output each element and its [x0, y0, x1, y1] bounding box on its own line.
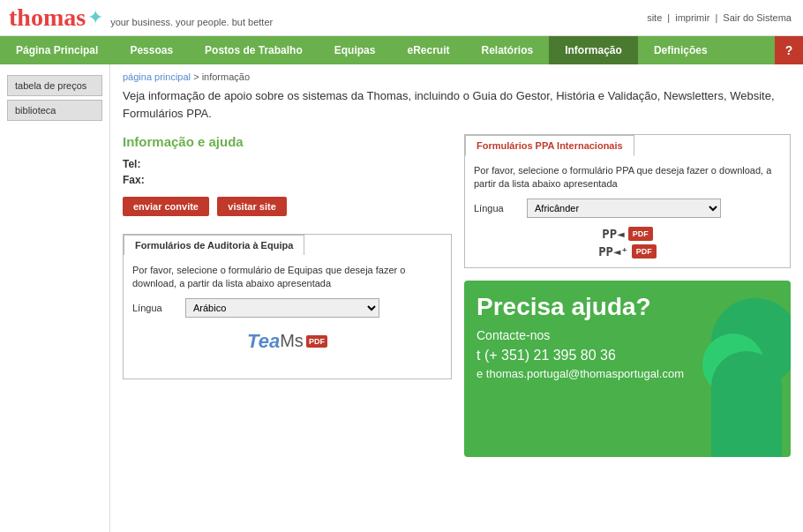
- nav-informacao[interactable]: Informação: [549, 36, 638, 64]
- sair-link[interactable]: Sair do Sistema: [723, 12, 792, 23]
- sidebar-item-tabela-precos[interactable]: tabela de preços: [7, 75, 102, 96]
- sidebar-item-biblioteca[interactable]: biblioteca: [7, 100, 102, 121]
- ppa-tab-panel: Formulários PPA Internacionais Por favor…: [464, 134, 791, 268]
- visitar-site-button[interactable]: visitar site: [217, 197, 286, 216]
- logo: thomas ✦ your business. your people. but…: [9, 4, 273, 32]
- audit-lang-select[interactable]: Arábico Inglês Francês Alemão Espanhol P…: [185, 298, 379, 318]
- tel-row: Tel:: [123, 158, 452, 170]
- header-links: site | imprimir | Sair do Sistema: [644, 12, 794, 23]
- left-column: Informação e ajuda Tel: Fax: enviar conv…: [123, 134, 452, 457]
- site-link[interactable]: site: [647, 12, 662, 23]
- tel-label: Tel:: [123, 158, 140, 170]
- teams-text: Tea: [247, 330, 280, 353]
- ppa-pdf-text-1: PP◄: [602, 227, 624, 241]
- ppa-tab-desc: Por favor, selecione o formulário PPA qu…: [474, 164, 781, 191]
- fax-row: Fax:: [123, 174, 452, 186]
- teams-icon: Ms: [280, 331, 304, 351]
- nav-postos-trabalho[interactable]: Postos de Trabalho: [189, 36, 319, 64]
- teams-pdf-icon[interactable]: PDF: [306, 335, 327, 348]
- ppa-pdf-row-1: PP◄ PDF: [602, 227, 652, 241]
- breadcrumb: página principal > informação: [123, 71, 791, 82]
- imprimir-link[interactable]: imprimir: [675, 12, 709, 23]
- nav-equipas[interactable]: Equipas: [319, 36, 392, 64]
- ppa-pdf-row-2: PP◄⁺ PDF: [598, 244, 657, 259]
- breadcrumb-home[interactable]: página principal: [123, 71, 191, 82]
- ppa-tab-header: Formulários PPA Internacionais: [465, 135, 790, 155]
- nav-pagina-principal[interactable]: Página Principal: [0, 36, 114, 64]
- audit-tab-content: Por favor, selecione o formulário de Equ…: [124, 255, 451, 378]
- ppa-lang-select[interactable]: Africânder Árabe Inglês Francês Alemão E…: [527, 199, 721, 218]
- audit-tab-header: Formulários de Auditoria à Equipa: [124, 235, 451, 255]
- sidebar: tabela de preços biblioteca: [0, 64, 110, 532]
- fax-label: Fax:: [123, 174, 145, 186]
- ppa-pdf-text-2: PP◄⁺: [598, 244, 628, 259]
- logo-tagline: your business. your people. but better: [110, 17, 273, 27]
- page-header: thomas ✦ your business. your people. but…: [0, 0, 803, 36]
- ppa-lang-row: Língua Africânder Árabe Inglês Francês A…: [474, 199, 781, 218]
- audit-tab-desc: Por favor, selecione o formulário de Equ…: [132, 264, 442, 291]
- help-figure-decoration: [711, 351, 782, 457]
- audit-lang-label: Língua: [132, 303, 185, 313]
- info-section-title: Informação e ajuda: [123, 134, 452, 149]
- ppa-pdf-icons: PP◄ PDF PP◄⁺ PDF: [474, 227, 781, 259]
- main-content: tabela de preços biblioteca página princ…: [0, 64, 803, 532]
- nav-relatorios[interactable]: Relatórios: [466, 36, 550, 64]
- navbar: Página Principal Pessoas Postos de Traba…: [0, 36, 803, 64]
- audit-tab-panel: Formulários de Auditoria à Equipa Por fa…: [123, 234, 452, 379]
- ppa-pdf-icon-1[interactable]: PDF: [628, 227, 653, 241]
- page-description: Veja informação de apoio sobre os sistem…: [123, 87, 791, 122]
- nav-erecruit[interactable]: eRecruit: [391, 36, 465, 64]
- ppa-lang-label: Língua: [474, 203, 527, 214]
- nav-pessoas[interactable]: Pessoas: [114, 36, 189, 64]
- logo-text: thomas: [9, 4, 86, 32]
- action-buttons: enviar convite visitar site: [123, 197, 452, 216]
- breadcrumb-current: informação: [202, 71, 250, 82]
- ppa-pdf-icon-2[interactable]: PDF: [632, 244, 657, 259]
- teams-logo: Tea Ms PDF: [132, 330, 442, 353]
- logo-star: ✦: [87, 6, 103, 29]
- breadcrumb-separator: >: [193, 71, 199, 82]
- help-icon[interactable]: ?: [775, 36, 803, 64]
- two-column-layout: Informação e ajuda Tel: Fax: enviar conv…: [123, 134, 791, 457]
- ppa-tab-label[interactable]: Formulários PPA Internacionais: [465, 135, 634, 156]
- audit-tab-label[interactable]: Formulários de Auditoria à Equipa: [124, 235, 304, 255]
- right-column: Formulários PPA Internacionais Por favor…: [464, 134, 791, 457]
- content-area: página principal > informação Veja infor…: [110, 64, 803, 532]
- enviar-convite-button[interactable]: enviar convite: [123, 197, 209, 216]
- nav-definicoes[interactable]: Definições: [638, 36, 724, 64]
- ppa-tab-content: Por favor, selecione o formulário PPA qu…: [465, 155, 790, 267]
- audit-lang-row: Língua Arábico Inglês Francês Alemão Esp…: [132, 298, 442, 318]
- help-section: Precisa ajuda? Contacte-nos t (+ 351) 21…: [464, 281, 791, 457]
